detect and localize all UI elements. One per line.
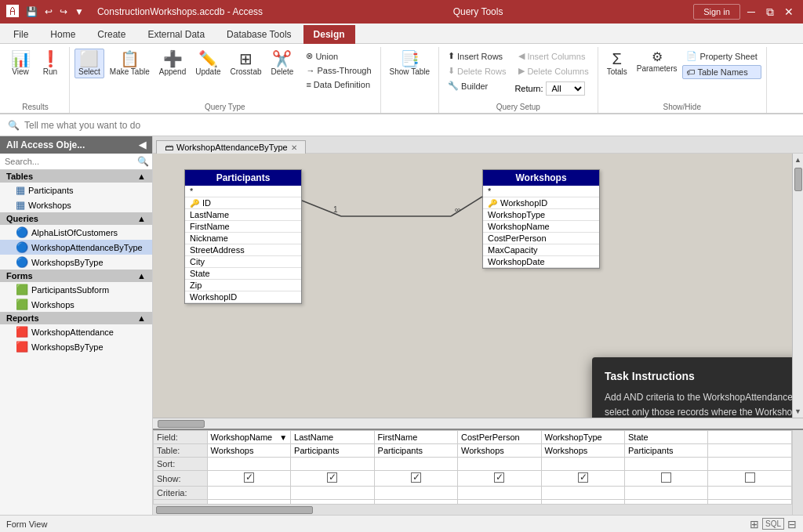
grid-hscrollbar[interactable] — [153, 504, 792, 515]
participants-field-id[interactable]: 🔑 ID — [185, 197, 301, 209]
participants-field-workshopid[interactable]: WorkshopID — [185, 291, 301, 303]
show-table-btn[interactable]: 📑 Show Table — [386, 49, 434, 78]
forms-section-header[interactable]: Forms ▲ — [0, 270, 152, 282]
tab-home[interactable]: Home — [40, 25, 85, 43]
tab-file[interactable]: File — [3, 25, 38, 43]
nav-item-workshops-by-type-report[interactable]: 🟥 WorkshopsByType — [0, 339, 152, 354]
design-vscrollbar[interactable]: ▲ ▼ — [792, 154, 803, 418]
grid-cell-sort-7[interactable] — [708, 458, 792, 471]
grid-cell-sort-4[interactable] — [458, 458, 541, 471]
insert-rows-btn[interactable]: ⬆ Insert Rows — [444, 49, 510, 63]
return-select[interactable]: All 5 25 100 — [546, 81, 585, 96]
workshops-field-workshopid[interactable]: 🔑 WorkshopID — [483, 197, 599, 209]
grid-cell-criteria-5[interactable] — [541, 487, 624, 500]
participants-field-state[interactable]: State — [185, 268, 301, 280]
checkbox-show-7[interactable] — [745, 472, 755, 483]
workshops-field-workshopdate[interactable]: WorkshopDate — [483, 256, 599, 268]
participants-field-firstname[interactable]: FirstName — [185, 221, 301, 233]
save-qa-btn[interactable]: 💾 — [24, 5, 40, 19]
nav-item-workshops-table[interactable]: ▦ Workshops — [0, 197, 152, 212]
append-btn[interactable]: ➕ Append — [155, 49, 190, 78]
minimize-btn[interactable]: ─ — [743, 4, 759, 20]
totals-btn[interactable]: Σ Totals — [603, 49, 631, 78]
checkbox-show-1[interactable] — [244, 472, 254, 483]
tab-database-tools[interactable]: Database Tools — [216, 25, 302, 43]
grid-cell-show-2[interactable] — [291, 471, 374, 487]
grid-cell-sort-6[interactable] — [625, 458, 708, 471]
grid-cell-show-3[interactable] — [374, 471, 457, 487]
update-btn[interactable]: ✏️ Update — [191, 49, 224, 78]
crosstab-btn[interactable]: ⊞ Crosstab — [227, 49, 266, 78]
workshops-field-workshopname[interactable]: WorkshopName — [483, 221, 599, 233]
datasheet-view-icon[interactable]: ⊞ — [750, 518, 759, 530]
grid-cell-criteria-3[interactable] — [374, 487, 457, 500]
workshops-field-maxcapacity[interactable]: MaxCapacity — [483, 244, 599, 256]
participants-field-lastname[interactable]: LastName — [185, 209, 301, 221]
parameters-btn[interactable]: ⚙ Parameters — [633, 49, 681, 75]
data-definition-btn[interactable]: ≡ Data Definition — [302, 78, 375, 92]
grid-cell-sort-2[interactable] — [291, 458, 374, 471]
grid-vscrollbar[interactable] — [792, 430, 803, 515]
grid-cell-field-5[interactable]: WorkshopType — [541, 431, 624, 444]
grid-cell-sort-1[interactable] — [207, 458, 290, 471]
redo-qa-btn[interactable]: ↪ — [57, 5, 70, 19]
checkbox-show-4[interactable] — [494, 472, 504, 483]
dropdown-icon-1[interactable]: ▼ — [279, 433, 287, 442]
grid-cell-sort-3[interactable] — [374, 458, 457, 471]
nav-item-workshop-attendance-report[interactable]: 🟥 WorkshopAttendance — [0, 324, 152, 339]
select-btn[interactable]: ⬜ Select — [74, 49, 104, 78]
tab-external-data[interactable]: External Data — [137, 25, 215, 43]
pass-through-btn[interactable]: → Pass-Through — [302, 63, 375, 78]
workshops-field-costperperson[interactable]: CostPerPerson — [483, 233, 599, 244]
checkbox-show-5[interactable] — [578, 472, 588, 483]
workshops-field-workshoptype[interactable]: WorkshopType — [483, 209, 599, 221]
vscroll-up[interactable]: ▲ — [794, 155, 802, 165]
delete-rows-btn[interactable]: ⬇ Delete Rows — [444, 63, 510, 78]
restore-btn[interactable]: ⧉ — [762, 4, 778, 20]
queries-section-header[interactable]: Queries ▲ — [0, 212, 152, 225]
make-table-btn[interactable]: 📋 Make Table — [106, 49, 154, 78]
tables-section-header[interactable]: Tables ▲ — [0, 170, 152, 183]
undo-qa-btn[interactable]: ↩ — [42, 5, 55, 19]
vscroll-thumb[interactable] — [794, 168, 802, 191]
workshops-field-star[interactable]: * — [483, 186, 599, 197]
table-names-btn[interactable]: 🏷 Table Names — [682, 65, 761, 79]
query-tab-close[interactable]: ✕ — [291, 143, 297, 152]
view-btn[interactable]: 📊 View — [6, 49, 35, 78]
grid-cell-criteria-2[interactable] — [291, 487, 374, 500]
grid-cell-show-4[interactable] — [458, 471, 541, 487]
grid-cell-field-2[interactable]: LastName — [291, 431, 374, 444]
grid-cell-criteria-4[interactable] — [458, 487, 541, 500]
property-sheet-btn[interactable]: 📄 Property Sheet — [682, 49, 761, 63]
grid-cell-criteria-7[interactable] — [708, 487, 792, 500]
delete-columns-btn[interactable]: ▶ Delete Columns — [514, 63, 592, 78]
design-hscrollbar[interactable] — [153, 418, 803, 429]
nav-item-workshops-form[interactable]: 🟩 Workshops — [0, 297, 152, 312]
tell-me-input[interactable] — [24, 120, 795, 131]
close-btn[interactable]: ✕ — [781, 4, 797, 20]
tab-create[interactable]: Create — [87, 25, 136, 43]
participants-field-star[interactable]: * — [185, 186, 301, 197]
participants-field-zip[interactable]: Zip — [185, 280, 301, 291]
tab-design[interactable]: Design — [303, 25, 355, 44]
checkbox-show-2[interactable] — [327, 472, 337, 483]
grid-cell-criteria-1[interactable] — [207, 487, 290, 500]
nav-search-input[interactable] — [3, 156, 137, 167]
builder-btn[interactable]: 🔧 Builder — [444, 78, 510, 93]
participants-field-street[interactable]: StreetAddress — [185, 244, 301, 256]
nav-collapse-icon[interactable]: ◀ — [139, 139, 146, 150]
grid-cell-show-6[interactable] — [625, 471, 708, 487]
insert-columns-btn[interactable]: ◀ Insert Columns — [514, 49, 592, 63]
grid-cell-field-1[interactable]: WorkshopName ▼ — [207, 431, 290, 444]
grid-cell-criteria-6[interactable] — [625, 487, 708, 500]
union-btn[interactable]: ⊗ Union — [302, 49, 375, 63]
grid-cell-field-6[interactable]: State — [625, 431, 708, 444]
grid-hscroll-thumb[interactable] — [156, 506, 313, 514]
nav-item-workshop-attendance[interactable]: 🔵 WorkshopAttendanceByType — [0, 240, 152, 255]
grid-cell-field-4[interactable]: CostPerPerson — [458, 431, 541, 444]
grid-cell-show-1[interactable] — [207, 471, 290, 487]
checkbox-show-3[interactable] — [411, 472, 421, 483]
nav-item-participants-subform[interactable]: 🟩 ParticipantsSubform — [0, 282, 152, 297]
delete-btn[interactable]: ✂️ Delete — [267, 49, 298, 78]
nav-item-alpha[interactable]: 🔵 AlphaListOfCustomers — [0, 225, 152, 240]
